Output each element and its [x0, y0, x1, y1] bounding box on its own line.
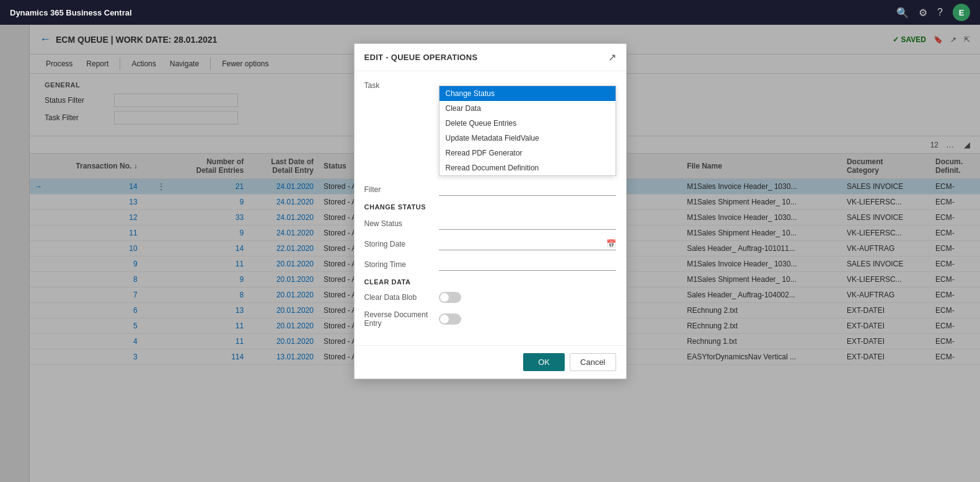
- new-status-label: New Status: [364, 219, 439, 228]
- storing-date-label: Storing Date: [364, 240, 439, 248]
- dropdown-item-clear-data[interactable]: Clear Data: [439, 101, 616, 116]
- dropdown-item-update-metadata[interactable]: Update Metadata FieldValue: [439, 131, 616, 146]
- task-field-label: Task: [364, 81, 439, 90]
- modal-header: EDIT - QUEUE OPERATIONS ↗: [355, 44, 626, 71]
- modal-dialog: EDIT - QUEUE OPERATIONS ↗ Task Change St…: [354, 43, 627, 379]
- modal-body: Task Change Status Clear Data Delete Que…: [355, 71, 626, 345]
- dropdown-item-change-status[interactable]: Change Status: [439, 86, 616, 101]
- cancel-button[interactable]: Cancel: [570, 353, 616, 371]
- storing-time-label: Storing Time: [364, 260, 439, 269]
- ok-button[interactable]: OK: [523, 353, 565, 371]
- storing-time-row: Storing Time: [364, 258, 616, 271]
- dropdown-item-delete-queue[interactable]: Delete Queue Entries: [439, 116, 616, 131]
- modal-title: EDIT - QUEUE OPERATIONS: [364, 53, 478, 62]
- search-icon[interactable]: 🔍: [896, 7, 909, 19]
- new-status-row: New Status: [364, 217, 616, 230]
- storing-date-input[interactable]: [439, 237, 606, 250]
- topbar-icons: 🔍 ⚙ ? E: [896, 4, 970, 21]
- clear-data-blob-label: Clear Data Blob: [364, 293, 439, 302]
- task-field-row: Task Change Status Clear Data Delete Que…: [364, 81, 616, 90]
- storing-date-field: 📅: [439, 237, 616, 250]
- clear-data-heading: CLEAR DATA: [364, 278, 616, 286]
- main-area: ← ECM QUEUE | WORK DATE: 28.01.2021 ✓ SA…: [0, 25, 980, 482]
- reverse-doc-entry-toggle[interactable]: [439, 313, 461, 325]
- calendar-icon[interactable]: 📅: [606, 239, 616, 248]
- filter-field-row: Filter: [364, 183, 616, 196]
- app-title: Dynamics 365 Business Central: [10, 8, 132, 17]
- dropdown-item-reread-doc[interactable]: Reread Document Definition: [439, 160, 616, 175]
- expand-icon[interactable]: ↗: [608, 51, 616, 63]
- filter-field-label: Filter: [364, 185, 439, 194]
- reverse-doc-entry-toggle-wrap: [439, 313, 461, 325]
- task-dropdown-list: Change Status Clear Data Delete Queue En…: [439, 85, 616, 176]
- topbar: Dynamics 365 Business Central 🔍 ⚙ ? E: [0, 0, 980, 25]
- modal-overlay: EDIT - QUEUE OPERATIONS ↗ Task Change St…: [0, 25, 980, 482]
- reverse-doc-entry-label: Reverse Document Entry: [364, 310, 439, 328]
- filter-input[interactable]: [439, 183, 616, 196]
- modal-footer: OK Cancel: [355, 345, 626, 379]
- new-status-input[interactable]: [439, 217, 616, 230]
- clear-data-blob-row: Clear Data Blob: [364, 292, 616, 303]
- help-icon[interactable]: ?: [937, 7, 943, 18]
- storing-date-row: Storing Date 📅: [364, 237, 616, 250]
- dropdown-item-reread-pdf[interactable]: Reread PDF Generator: [439, 146, 616, 160]
- change-status-heading: CHANGE STATUS: [364, 203, 616, 211]
- clear-data-blob-toggle[interactable]: [439, 292, 461, 303]
- gear-icon[interactable]: ⚙: [919, 7, 927, 19]
- storing-time-input[interactable]: [439, 258, 616, 271]
- reverse-doc-entry-row: Reverse Document Entry: [364, 310, 616, 328]
- avatar[interactable]: E: [953, 4, 970, 21]
- clear-data-blob-toggle-wrap: [439, 292, 461, 303]
